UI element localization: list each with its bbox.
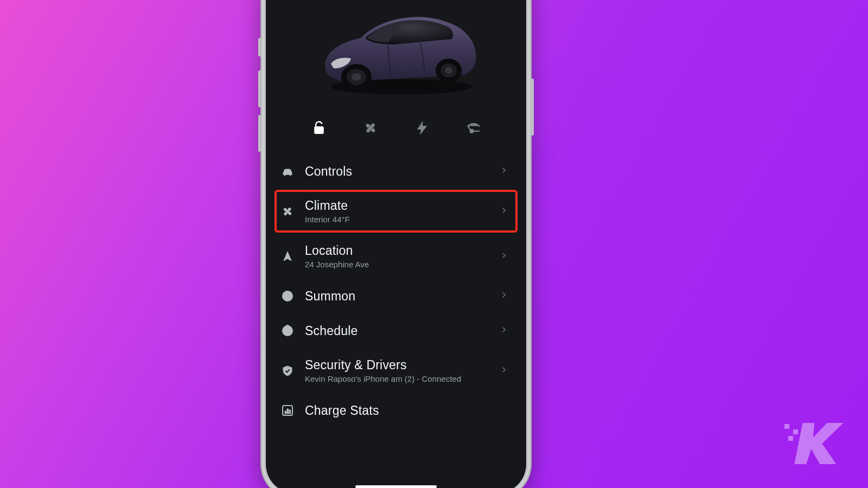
watermark-logo	[783, 416, 848, 467]
svg-rect-18	[784, 424, 789, 429]
svg-rect-17	[289, 410, 291, 414]
menu-item-schedule[interactable]: Schedule	[277, 313, 515, 348]
fan-icon	[363, 120, 378, 136]
bar-chart-icon	[280, 403, 295, 418]
menu-item-security[interactable]: Security & Drivers Kevin Raposo's iPhone…	[277, 348, 515, 393]
fan-icon	[280, 204, 295, 219]
car-icon	[280, 164, 295, 179]
svg-point-6	[445, 67, 452, 74]
chevron-right-icon	[500, 166, 510, 176]
app-screen: Controls	[266, 0, 526, 488]
chevron-right-icon	[500, 366, 510, 376]
svg-rect-7	[314, 127, 323, 134]
car-icon	[307, 0, 486, 98]
home-indicator[interactable]	[355, 485, 437, 488]
menu-title: Security & Drivers	[305, 358, 490, 373]
volume-down-button	[258, 115, 261, 152]
menu-item-controls[interactable]: Controls	[277, 154, 515, 189]
svg-point-3	[352, 73, 361, 81]
svg-rect-19	[793, 429, 798, 434]
menu-title: Controls	[305, 164, 490, 179]
power-button	[531, 79, 534, 136]
menu-item-climate[interactable]: Climate Interior 44°F	[277, 189, 515, 234]
menu-subtitle: Interior 44°F	[305, 215, 490, 224]
menu-title: Summon	[305, 289, 490, 304]
menu-title: Schedule	[305, 324, 490, 338]
chevron-right-icon	[500, 326, 510, 336]
mute-switch	[258, 38, 261, 56]
volume-up-button	[258, 70, 261, 107]
clock-bolt-icon	[280, 323, 295, 338]
svg-point-12	[286, 295, 289, 298]
menu-subtitle: 24 Josephine Ave	[305, 260, 490, 269]
menu-title: Location	[305, 243, 490, 258]
menu-item-charge-stats[interactable]: Charge Stats	[277, 393, 515, 428]
chevron-right-icon	[500, 291, 510, 301]
menu-item-location[interactable]: Location 24 Josephine Ave	[277, 234, 515, 279]
charge-button[interactable]	[407, 116, 437, 140]
menu-list: Controls	[277, 154, 515, 428]
charge-port-icon	[466, 120, 481, 136]
bolt-icon	[414, 120, 430, 136]
vehicle-hero	[277, 0, 515, 108]
quick-actions-row	[277, 108, 515, 154]
shield-check-icon	[280, 363, 295, 378]
navigation-icon	[280, 249, 295, 264]
unlock-button[interactable]	[304, 116, 334, 140]
svg-rect-15	[285, 411, 286, 414]
phone-bezel: Controls	[264, 0, 528, 488]
menu-subtitle: Kevin Raposo's iPhone am (2) - Connected	[305, 374, 490, 383]
menu-title: Charge Stats	[305, 403, 510, 418]
menu-item-summon[interactable]: Summon	[277, 279, 515, 313]
chevron-right-icon	[500, 252, 510, 261]
menu-title: Climate	[305, 198, 490, 213]
svg-rect-16	[287, 409, 289, 414]
phone-frame: Controls	[260, 0, 532, 488]
steering-wheel-icon	[280, 288, 295, 304]
charge-port-button[interactable]	[458, 116, 489, 140]
unlock-icon	[311, 120, 327, 136]
chevron-right-icon	[500, 207, 510, 216]
fan-button[interactable]	[355, 116, 386, 140]
svg-rect-20	[788, 436, 793, 441]
